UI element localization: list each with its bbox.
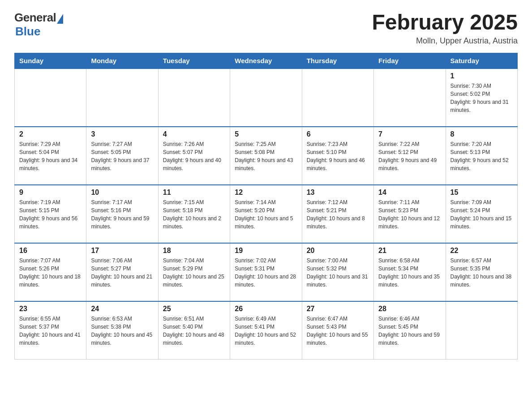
location-text: Molln, Upper Austria, Austria [372, 36, 518, 46]
day-info: Sunrise: 7:11 AMSunset: 5:23 PMDaylight:… [378, 198, 441, 231]
day-number: 9 [19, 188, 82, 197]
day-info: Sunrise: 6:51 AMSunset: 5:40 PMDaylight:… [163, 315, 225, 347]
calendar-cell: 22Sunrise: 6:57 AMSunset: 5:35 PMDayligh… [446, 243, 517, 301]
day-number: 8 [450, 130, 513, 138]
day-number: 27 [307, 305, 369, 313]
day-info: Sunrise: 7:19 AMSunset: 5:15 PMDaylight:… [19, 198, 82, 231]
day-number: 14 [378, 188, 441, 197]
calendar-week-row: 16Sunrise: 7:07 AMSunset: 5:26 PMDayligh… [15, 243, 518, 301]
day-number: 13 [307, 188, 369, 197]
calendar-cell: 13Sunrise: 7:12 AMSunset: 5:21 PMDayligh… [302, 185, 373, 243]
day-number: 18 [163, 247, 225, 255]
day-number: 1 [450, 72, 513, 80]
calendar-cell: 25Sunrise: 6:51 AMSunset: 5:40 PMDayligh… [158, 301, 230, 360]
day-info: Sunrise: 6:55 AMSunset: 5:37 PMDaylight:… [19, 315, 82, 347]
day-info: Sunrise: 7:25 AMSunset: 5:08 PMDaylight:… [235, 140, 297, 172]
day-info: Sunrise: 7:14 AMSunset: 5:20 PMDaylight:… [235, 198, 297, 231]
title-block: February 2025 Molln, Upper Austria, Aust… [372, 11, 518, 46]
day-number: 16 [19, 247, 82, 255]
calendar-cell: 14Sunrise: 7:11 AMSunset: 5:23 PMDayligh… [374, 185, 446, 243]
calendar-cell: 15Sunrise: 7:09 AMSunset: 5:24 PMDayligh… [446, 185, 517, 243]
day-info: Sunrise: 7:07 AMSunset: 5:26 PMDaylight:… [19, 257, 82, 289]
calendar-table: SundayMondayTuesdayWednesdayThursdayFrid… [14, 53, 518, 360]
day-info: Sunrise: 6:58 AMSunset: 5:34 PMDaylight:… [378, 257, 441, 289]
day-info: Sunrise: 6:47 AMSunset: 5:43 PMDaylight:… [307, 315, 369, 347]
calendar-header-row: SundayMondayTuesdayWednesdayThursdayFrid… [15, 53, 518, 68]
calendar-cell: 6Sunrise: 7:23 AMSunset: 5:10 PMDaylight… [302, 127, 373, 185]
day-number: 12 [235, 188, 297, 197]
day-number: 20 [307, 247, 369, 255]
weekday-header-monday: Monday [86, 53, 158, 68]
day-info: Sunrise: 6:57 AMSunset: 5:35 PMDaylight:… [450, 257, 513, 289]
calendar-cell: 21Sunrise: 6:58 AMSunset: 5:34 PMDayligh… [374, 243, 446, 301]
day-number: 5 [235, 130, 297, 138]
calendar-cell: 16Sunrise: 7:07 AMSunset: 5:26 PMDayligh… [15, 243, 86, 301]
calendar-week-row: 23Sunrise: 6:55 AMSunset: 5:37 PMDayligh… [15, 301, 518, 360]
calendar-cell: 1Sunrise: 7:30 AMSunset: 5:02 PMDaylight… [446, 68, 517, 127]
calendar-cell: 12Sunrise: 7:14 AMSunset: 5:20 PMDayligh… [230, 185, 302, 243]
day-info: Sunrise: 7:04 AMSunset: 5:29 PMDaylight:… [163, 257, 225, 289]
calendar-cell [446, 301, 517, 360]
calendar-cell: 28Sunrise: 6:46 AMSunset: 5:45 PMDayligh… [374, 301, 446, 360]
day-info: Sunrise: 7:15 AMSunset: 5:18 PMDaylight:… [163, 198, 225, 231]
day-info: Sunrise: 7:23 AMSunset: 5:10 PMDaylight:… [307, 140, 369, 172]
calendar-cell [302, 68, 373, 127]
day-info: Sunrise: 7:30 AMSunset: 5:02 PMDaylight:… [450, 82, 513, 114]
calendar-cell: 4Sunrise: 7:26 AMSunset: 5:07 PMDaylight… [158, 127, 230, 185]
day-info: Sunrise: 7:00 AMSunset: 5:32 PMDaylight:… [307, 257, 369, 289]
calendar-cell: 19Sunrise: 7:02 AMSunset: 5:31 PMDayligh… [230, 243, 302, 301]
calendar-cell [230, 68, 302, 127]
calendar-cell: 2Sunrise: 7:29 AMSunset: 5:04 PMDaylight… [15, 127, 86, 185]
day-number: 24 [91, 305, 153, 313]
calendar-cell: 3Sunrise: 7:27 AMSunset: 5:05 PMDaylight… [86, 127, 158, 185]
day-number: 22 [450, 247, 513, 255]
weekday-header-sunday: Sunday [15, 53, 86, 68]
day-info: Sunrise: 7:06 AMSunset: 5:27 PMDaylight:… [91, 257, 153, 289]
day-info: Sunrise: 7:02 AMSunset: 5:31 PMDaylight:… [235, 257, 297, 289]
logo-blue-text: Blue [15, 25, 40, 39]
day-info: Sunrise: 7:27 AMSunset: 5:05 PMDaylight:… [91, 140, 153, 172]
weekday-header-saturday: Saturday [446, 53, 517, 68]
day-info: Sunrise: 7:26 AMSunset: 5:07 PMDaylight:… [163, 140, 225, 172]
day-number: 17 [91, 247, 153, 255]
day-info: Sunrise: 7:22 AMSunset: 5:12 PMDaylight:… [378, 140, 441, 172]
day-info: Sunrise: 7:20 AMSunset: 5:13 PMDaylight:… [450, 140, 513, 172]
day-number: 28 [378, 305, 441, 313]
day-number: 11 [163, 188, 225, 197]
day-number: 10 [91, 188, 153, 197]
day-info: Sunrise: 6:53 AMSunset: 5:38 PMDaylight:… [91, 315, 153, 347]
day-number: 7 [378, 130, 441, 138]
day-number: 21 [378, 247, 441, 255]
calendar-cell: 9Sunrise: 7:19 AMSunset: 5:15 PMDaylight… [15, 185, 86, 243]
day-info: Sunrise: 7:09 AMSunset: 5:24 PMDaylight:… [450, 198, 513, 231]
calendar-cell: 26Sunrise: 6:49 AMSunset: 5:41 PMDayligh… [230, 301, 302, 360]
day-info: Sunrise: 6:49 AMSunset: 5:41 PMDaylight:… [235, 315, 297, 347]
page-header: General Blue February 2025 Molln, Upper … [14, 11, 518, 46]
calendar-week-row: 2Sunrise: 7:29 AMSunset: 5:04 PMDaylight… [15, 127, 518, 185]
calendar-cell: 24Sunrise: 6:53 AMSunset: 5:38 PMDayligh… [86, 301, 158, 360]
calendar-cell: 10Sunrise: 7:17 AMSunset: 5:16 PMDayligh… [86, 185, 158, 243]
day-info: Sunrise: 6:46 AMSunset: 5:45 PMDaylight:… [378, 315, 441, 347]
weekday-header-friday: Friday [374, 53, 446, 68]
day-info: Sunrise: 7:29 AMSunset: 5:04 PMDaylight:… [19, 140, 82, 172]
logo-general-text: General [14, 11, 56, 25]
calendar-week-row: 1Sunrise: 7:30 AMSunset: 5:02 PMDaylight… [15, 68, 518, 127]
calendar-cell: 17Sunrise: 7:06 AMSunset: 5:27 PMDayligh… [86, 243, 158, 301]
calendar-cell [374, 68, 446, 127]
weekday-header-thursday: Thursday [302, 53, 373, 68]
logo: General Blue [14, 11, 63, 39]
calendar-cell: 23Sunrise: 6:55 AMSunset: 5:37 PMDayligh… [15, 301, 86, 360]
calendar-cell: 5Sunrise: 7:25 AMSunset: 5:08 PMDaylight… [230, 127, 302, 185]
calendar-cell: 8Sunrise: 7:20 AMSunset: 5:13 PMDaylight… [446, 127, 517, 185]
day-number: 15 [450, 188, 513, 197]
calendar-cell: 7Sunrise: 7:22 AMSunset: 5:12 PMDaylight… [374, 127, 446, 185]
day-info: Sunrise: 7:17 AMSunset: 5:16 PMDaylight:… [91, 198, 153, 231]
day-number: 6 [307, 130, 369, 138]
day-number: 2 [19, 130, 82, 138]
calendar-week-row: 9Sunrise: 7:19 AMSunset: 5:15 PMDaylight… [15, 185, 518, 243]
day-info: Sunrise: 7:12 AMSunset: 5:21 PMDaylight:… [307, 198, 369, 231]
day-number: 4 [163, 130, 225, 138]
day-number: 19 [235, 247, 297, 255]
calendar-cell: 18Sunrise: 7:04 AMSunset: 5:29 PMDayligh… [158, 243, 230, 301]
month-title: February 2025 [372, 11, 518, 34]
